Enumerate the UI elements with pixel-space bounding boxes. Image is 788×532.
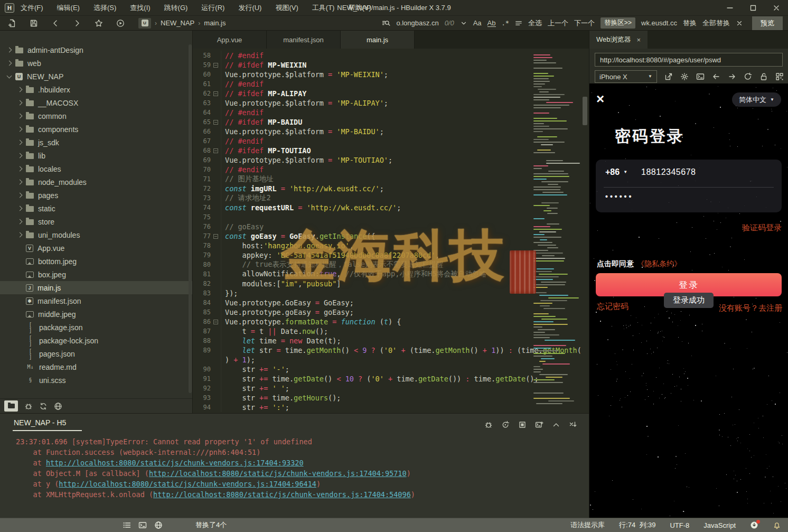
stack-trace-link[interactable]: http://localhost:8080/static/js/chunk-ve… [46,459,304,467]
menu-item[interactable]: 运行(R) [201,3,224,13]
back-button[interactable] [51,19,60,27]
code-line[interactable]: 72const imgURL = 'http://wk.eusdt.cc/'; [193,184,589,193]
code-line[interactable]: 65// #ifdef MP-BAIDU [193,117,589,127]
tree-item-middle.jpeg[interactable]: middle.jpeg [0,307,192,321]
tree-item-App.vue[interactable]: VApp.vue [0,241,192,255]
code-line[interactable]: 74const requestURL = 'http://wk.eusdt.cc… [193,203,589,212]
bug-icon[interactable] [484,421,493,429]
code-line[interactable]: 80 // true表示支持通知栏提醒，false则表示不需要通知栏提醒 [193,260,589,269]
expand-arrow-icon[interactable] [17,206,23,211]
restart-icon[interactable] [501,421,510,429]
console-tab[interactable]: NEW_NAP - H5 [13,418,82,431]
expand-arrow-icon[interactable] [17,166,23,172]
code-line[interactable]: 60Vue.prototype.$platform = 'MP-WEIXIN'; [193,70,589,79]
tree-item-admin-antDesign[interactable]: admin-antDesign [0,43,192,57]
code-line[interactable]: 62// #ifdef MP-ALIPAY [193,89,589,98]
code-line[interactable]: 91 str += time.getDate() < 10 ? ('0' + t… [193,374,589,384]
expand-arrow-icon[interactable] [17,180,23,185]
menu-item[interactable]: 查找(I) [130,3,150,13]
breadcrumb-project[interactable]: NEW_NAP [161,19,194,27]
code-line[interactable]: 69Vue.prototype.$platform = 'MP-TOUTIAO'… [193,155,589,165]
tree-item-pages.json[interactable]: [ ]pages.json [0,347,192,360]
star-button[interactable] [95,19,103,27]
encoding-status[interactable]: UTF-8 [670,521,689,529]
code-line[interactable]: 88 let time = new Date(t); [193,336,589,346]
fold-gutter[interactable] [211,317,221,326]
syntax-library-status[interactable]: 语法提示库 [570,520,605,530]
code-line[interactable]: 86Vue.prototype.formatDate = function (t… [193,317,589,326]
code-line[interactable]: 92 str += ' '; [193,384,589,393]
globe-icon[interactable] [154,521,163,529]
code-line[interactable]: 68// #ifdef MP-TOUTIAO [193,146,589,155]
code-line[interactable]: 64// #endif [193,108,589,117]
project-type-icon[interactable]: U [138,18,151,29]
language-mode-status[interactable]: JavaScript [703,521,736,529]
replace-all-button[interactable]: 全部替换 [702,18,730,28]
tree-item-__MACOSX[interactable]: __MACOSX [0,96,192,109]
device-select[interactable]: iPhone X ▼ [595,70,657,83]
code-line[interactable]: 81 allowNotification:true, //仅有效于app,小程序… [193,269,589,279]
save-button[interactable] [30,19,38,27]
refresh-icon[interactable] [744,72,752,81]
collapse-arrow-icon[interactable] [7,73,12,78]
tree-item-node_modules[interactable]: node_modules [0,175,192,189]
external-icon[interactable] [664,72,673,81]
expand-arrow-icon[interactable] [17,100,23,106]
terminal-plus-icon[interactable] [535,421,543,429]
close-icon[interactable] [765,0,788,16]
tree-item-locales[interactable]: locales [0,162,192,175]
clear-icon[interactable] [569,421,577,429]
arrow-left-icon[interactable] [712,72,720,81]
sync-tab-icon[interactable] [39,402,48,410]
menu-item[interactable]: 文件(F) [21,3,43,13]
selection-lines-icon[interactable] [515,20,522,27]
code-line[interactable]: 82 modules:["im","pubsub"] [193,279,589,288]
page-close-icon[interactable]: × [596,92,604,106]
code-line[interactable]: 77const goEasy = GoEasy.getInstance({ [193,231,589,241]
tree-item-uni_modules[interactable]: uni_modules [0,228,192,241]
fold-gutter[interactable] [211,231,221,241]
prev-match-button[interactable]: 上一个 [548,18,568,28]
forward-button[interactable] [73,19,81,27]
expand-arrow-icon[interactable] [17,87,23,92]
code-line[interactable]: 63Vue.prototype.$platform = 'MP-ALIPAY'; [193,98,589,108]
editor-scrollbar[interactable] [583,97,587,125]
code-editor[interactable]: 58// #endif59// #ifdef MP-WEIXIN60Vue.pr… [193,49,589,413]
search-input[interactable]: o.longbasz.cn [396,19,438,27]
run-button[interactable] [116,19,125,27]
code-line[interactable]: 83}); [193,288,589,298]
code-line[interactable]: 67// #endif [193,136,589,146]
register-link[interactable]: 没有账号？去注册 [719,303,782,313]
fold-gutter[interactable] [211,146,221,155]
fold-gutter[interactable] [211,60,221,70]
debug-tab-icon[interactable] [24,402,33,410]
outline-icon[interactable] [123,521,131,529]
menu-item[interactable]: 跳转(G) [164,3,188,13]
expand-arrow-icon[interactable] [7,61,12,66]
minimap[interactable] [533,52,579,406]
stop-icon[interactable] [518,421,527,429]
editor-tab-main.js[interactable]: main.js [341,31,415,49]
code-line[interactable]: 73// 请求地址2 [193,193,589,203]
tree-item-lib[interactable]: lib [0,149,192,162]
code-line[interactable]: 94 str += ':'; [193,403,589,412]
code-line[interactable]: 61// #endif [193,79,589,89]
menu-item[interactable]: 选择(S) [93,3,116,13]
explorer-tab-icon[interactable] [4,400,18,412]
code-line[interactable]: 58// #endif [193,51,589,60]
menu-item[interactable]: 发行(U) [238,3,261,13]
tree-item-common[interactable]: common [0,109,192,123]
breadcrumb-file[interactable]: main.js [204,19,226,27]
code-line[interactable]: 93 str += time.getHours(); [193,393,589,403]
code-line[interactable]: 76// goEasy [193,222,589,231]
expand-arrow-icon[interactable] [17,153,23,158]
code-line[interactable]: 59// #ifdef MP-WEIXIN [193,60,589,70]
terminal-icon[interactable] [696,72,705,81]
code-line[interactable]: ) + 1); [193,355,589,365]
tree-item-pages[interactable]: pages [0,189,192,202]
tree-item-js_sdk[interactable]: js_sdk [0,136,192,149]
tree-item-components[interactable]: components [0,123,192,136]
code-line[interactable]: 79 appkey: 'BC-5af4541af51948bdb0c0a8f22… [193,250,589,260]
replace-input[interactable]: wk.eusdt.cc [641,19,677,27]
cursor-position[interactable]: 行:74 列:39 [619,520,655,530]
